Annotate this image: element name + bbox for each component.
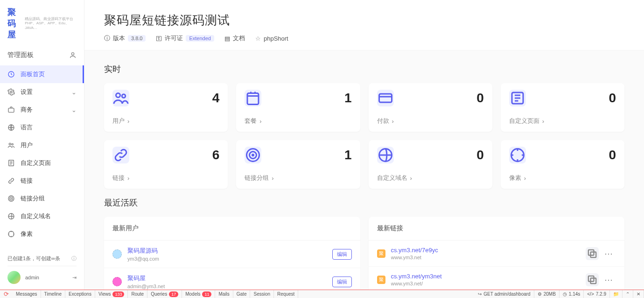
admin-name: admin [25,275,39,280]
chevron-right-icon: › [410,175,412,182]
debugbar-tab[interactable]: Session [250,290,274,298]
gear-icon [7,88,15,96]
card-value: 0 [476,91,484,106]
card-icon [112,90,129,106]
db-collapse[interactable]: ⌃ [623,290,633,298]
nav-language[interactable]: 语言 [0,119,84,136]
favicon: 聚 [377,276,385,284]
stat-card[interactable]: 0 自定义页面 › [501,83,624,132]
copy-button[interactable] [586,247,599,260]
db-close[interactable]: ✕ [633,290,644,298]
card-label[interactable]: 像素 › [509,174,616,182]
chevron-right-icon: › [272,175,273,182]
admin-menu[interactable]: admin ⇥ [7,266,77,284]
db-php[interactable]: </> 7.2.9 [584,290,610,298]
debugbar[interactable]: ⟳ MessagesTimelineExceptionsViews 133Rou… [0,290,644,298]
sidebar-nav: 面板首页 设置 ⌄ 商务 ⌄ 语言 用户 自定义页面 [0,65,84,248]
nav-link-groups[interactable]: 链接分组 [0,190,84,207]
card-value: 4 [212,91,220,106]
stat-card[interactable]: 0 付款 › [369,83,492,132]
svg-rect-3 [8,108,14,113]
dashboard-icon [7,71,15,78]
nav-pixels[interactable]: 像素 [0,225,84,243]
user-email: ym3@qq.com [127,256,327,262]
copy-button[interactable] [586,273,599,286]
debugbar-tab[interactable]: Request [274,290,298,298]
profile-icon[interactable] [69,51,77,59]
user-email: admin@ym3.net [127,284,327,289]
users-icon [7,142,15,149]
link-dest: www.ym3.net/ [391,281,581,286]
debugbar-tab[interactable]: Messages [13,290,41,298]
nav-users[interactable]: 用户 [0,136,84,154]
quota-status: 已创建1条，可创建∞条 [7,255,60,262]
link-url[interactable]: cs.ym3.net/ym3net [391,273,581,280]
card-label[interactable]: 链接分组 › [245,174,351,182]
user-name[interactable]: 聚码屋 [127,274,327,283]
link-row: 聚 cs.ym3.net/7e9yc www.ym3.net ⋯ [369,241,625,267]
nav-business[interactable]: 商务 ⌄ [0,101,84,119]
chevron-right-icon: › [127,175,129,182]
nav-custom-pages[interactable]: 自定义页面 [0,154,84,172]
more-button[interactable]: ⋯ [602,275,616,285]
debugbar-tab[interactable]: Queries 17 [147,290,182,298]
stat-card[interactable]: 1 套餐 › [236,83,360,132]
db-mem[interactable]: ⚙ 20MB [534,290,560,298]
svg-point-14 [122,94,126,98]
key-icon: ⚿ [156,35,162,42]
card-label[interactable]: 付款 › [377,117,484,125]
link-url[interactable]: cs.ym3.net/7e9yc [391,247,581,254]
card-label[interactable]: 自定义域名 › [377,174,484,182]
debugbar-tab[interactable]: Models 11 [182,290,215,298]
user-name[interactable]: 聚码屋源码 [127,247,327,255]
card-label[interactable]: 链接 › [112,174,219,182]
user-avatar-icon [112,249,122,259]
favicon: 聚 [377,249,385,258]
db-folder[interactable]: 📁 [610,290,623,298]
db-time[interactable]: ◷ 1.14s [560,290,584,298]
debugbar-badge: 11 [202,291,211,297]
stat-card[interactable]: 1 链接分组 › [236,140,360,189]
logo[interactable]: 聚码屋 精品源码、商业源码下载平台 PHP、ASP、APP、Edu、JAVA… [0,0,84,45]
globe-icon [7,124,15,131]
nav-custom-domains[interactable]: 自定义域名 [0,207,84,225]
meta-license: ⚿ 许可证 Extended [156,34,214,43]
card-icon [509,147,526,163]
edit-button[interactable]: 编辑 [332,277,352,287]
more-button[interactable]: ⋯ [602,248,616,259]
card-label[interactable]: 套餐 › [245,117,351,125]
card-label[interactable]: 自定义页面 › [509,117,616,125]
debugbar-tab[interactable]: Views 133 [95,290,128,298]
meta-docs[interactable]: ▤ 文档 [224,34,245,43]
star-icon: ☆ [255,35,261,42]
nav-settings[interactable]: 设置 ⌄ [0,83,84,101]
debugbar-tab[interactable]: Exceptions [65,290,95,298]
debugbar-tab[interactable]: Gate [233,290,251,298]
meta-product[interactable]: ☆ phpShort [255,35,288,42]
stat-card[interactable]: 0 自定义域名 › [369,140,492,189]
chevron-right-icon: › [542,118,544,125]
chevron-right-icon: › [524,175,526,182]
stat-card[interactable]: 6 链接 › [104,140,228,189]
laravel-icon[interactable]: ⟳ [0,290,13,298]
nav-dashboard[interactable]: 面板首页 [0,65,84,83]
stat-card[interactable]: 4 用户 › [104,83,228,132]
debugbar-badge: 17 [169,291,178,297]
debugbar-tab[interactable]: Route [128,290,147,298]
panel-head-users: 最新用户 [104,217,360,241]
stat-card[interactable]: 0 像素 › [501,140,624,189]
svg-rect-16 [379,94,392,102]
debugbar-tab[interactable]: Timeline [41,290,65,298]
edit-button[interactable]: 编辑 [332,249,352,260]
logo-text: 聚码屋 [7,7,21,40]
panel-head-links: 最新链接 [369,217,625,241]
info-icon[interactable]: ⓘ [71,255,77,262]
recent-title: 最近活跃 [104,197,624,208]
db-route[interactable]: ↪ GET admin/dashboard [475,290,534,298]
svg-point-5 [9,143,11,145]
user-avatar-icon [112,277,122,286]
nav-links[interactable]: 链接 [0,172,84,190]
card-label[interactable]: 用户 › [112,117,219,125]
svg-point-20 [252,155,254,156]
debugbar-tab[interactable]: Mails [215,290,233,298]
